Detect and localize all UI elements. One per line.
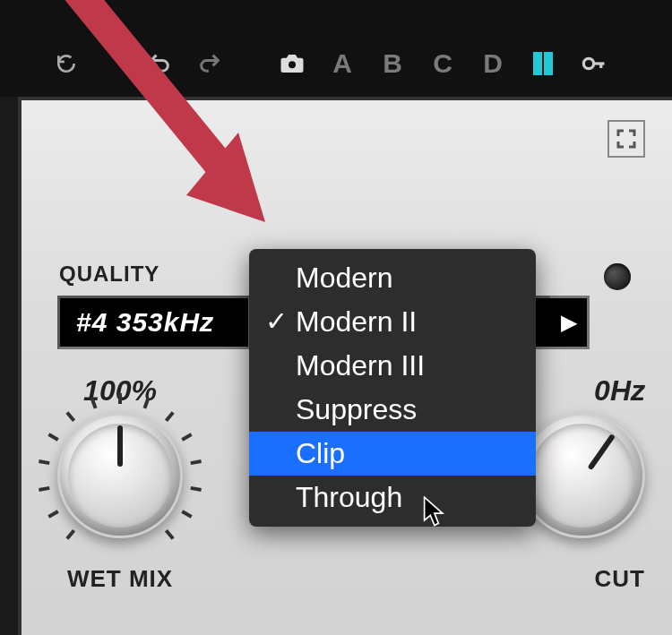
wet-mix-group: 100% WET MIX [57,374,183,593]
mode-dropdown-menu: ModernModern IIModern IIISuppressClipThr… [249,249,536,527]
svg-point-0 [289,61,296,68]
panel-screw [604,263,631,290]
mode-option-modern-ii[interactable]: Modern II [249,300,536,344]
mode-option-modern-iii[interactable]: Modern III [249,344,536,388]
cut-knob[interactable] [520,413,645,538]
expand-icon[interactable] [607,120,645,158]
plugin-toolbar: A B C D [0,0,672,97]
mode-next-button[interactable]: ▶ [550,296,590,349]
cut-value: 0Hz [594,374,645,408]
cut-group: 0Hz CUT [520,374,645,593]
reset-icon[interactable] [45,47,88,81]
wet-mix-knob[interactable] [57,413,183,538]
quality-label: QUALITY [59,262,159,287]
camera-icon[interactable] [271,47,314,81]
snapshot-a-button[interactable]: A [321,47,364,81]
mode-option-modern[interactable]: Modern [249,256,536,300]
ab-compare-button[interactable] [521,47,564,81]
undo-icon[interactable] [138,47,181,81]
mode-option-clip[interactable]: Clip [249,432,536,476]
snapshot-c-button[interactable]: C [421,47,464,81]
mode-option-through[interactable]: Through [249,476,536,519]
snapshot-d-button[interactable]: D [471,47,514,81]
cut-label: CUT [595,565,645,593]
lock-icon[interactable] [572,47,615,81]
redo-icon[interactable] [188,47,231,81]
mode-option-suppress[interactable]: Suppress [249,388,536,432]
quality-display[interactable]: #4 353kHz [57,296,251,349]
snapshot-b-button[interactable]: B [371,47,414,81]
svg-point-1 [583,58,593,68]
wet-mix-value: 100% [83,374,157,408]
wet-mix-label: WET MIX [67,565,173,593]
